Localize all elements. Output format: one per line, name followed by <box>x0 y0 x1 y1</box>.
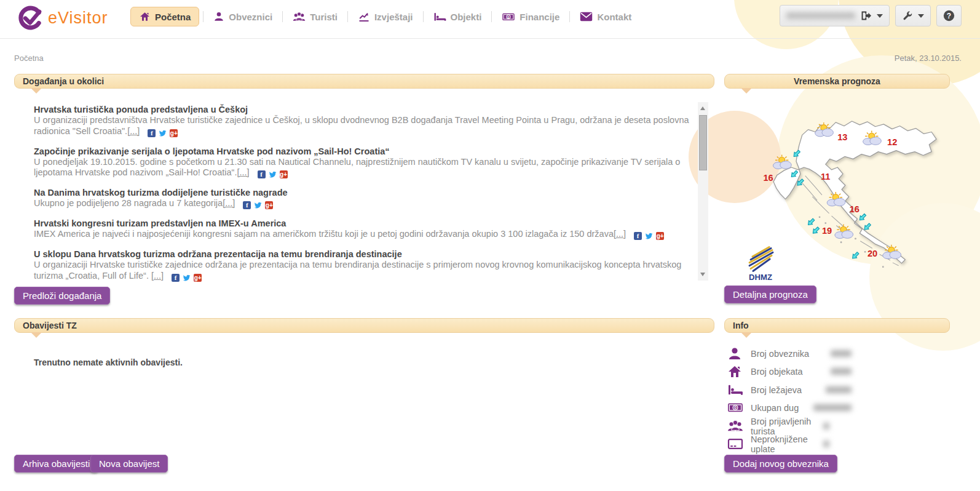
info-row: Broj prijavljenih turista <box>727 417 950 436</box>
nav-tab-pocetna[interactable]: Početna <box>130 7 199 26</box>
help-button[interactable]: ? <box>936 5 962 26</box>
nav-tab-izvjestaji[interactable]: Izvještaji <box>352 7 419 26</box>
news-more-link[interactable]: [...] <box>127 126 140 136</box>
new-notice-button[interactable]: Nova obavijest <box>90 455 168 473</box>
twitter-icon[interactable] <box>645 232 653 240</box>
news-title-link[interactable]: Započinje prikazivanje serijala o ljepot… <box>34 146 693 157</box>
news-body-text: Ukupno je podijeljeno 28 nagrada u 7 kat… <box>34 198 223 208</box>
nav-tab-objekti[interactable]: Objekti <box>427 7 488 26</box>
home-icon <box>139 11 151 22</box>
googleplus-icon[interactable]: g+ <box>656 232 664 240</box>
weather-panel-header: Vremenska prognoza <box>724 74 950 89</box>
suggest-events-button[interactable]: Predloži događanja <box>14 287 110 305</box>
info-row: Broj objekata <box>727 363 950 381</box>
bed-icon <box>433 11 446 22</box>
googleplus-icon[interactable]: g+ <box>170 129 178 137</box>
evisitor-logo[interactable]: eVisitor <box>18 6 108 30</box>
social-icons: fg+ <box>243 201 273 209</box>
info-row: Broj obveznika <box>727 345 950 363</box>
googleplus-icon[interactable]: g+ <box>265 201 273 209</box>
news-title-link[interactable]: Na Danima hrvatskog turizma dodijeljene … <box>34 187 693 198</box>
info-label: Neproknjižene uplate <box>751 434 823 454</box>
temp-label: 11 <box>821 172 830 182</box>
news-title-link[interactable]: U sklopu Dana hrvatskog turizma održana … <box>34 249 693 260</box>
chevron-down-icon <box>918 14 924 18</box>
nav-label: Kontakt <box>597 12 631 22</box>
info-row: 0 Ukupan dug <box>727 399 950 418</box>
temp-label: 12 <box>887 137 897 147</box>
chevron-down-icon <box>877 14 883 18</box>
mail-icon <box>580 11 593 22</box>
user-icon <box>213 11 224 22</box>
nav-tab-obveznici[interactable]: Obveznici <box>207 7 279 26</box>
user-menu-button[interactable] <box>780 5 890 26</box>
news-title-link[interactable]: Hrvatski kongresni turizam predstavljen … <box>34 218 693 229</box>
news-title-link[interactable]: Hrvatska turistička ponuda predstavljena… <box>34 104 693 115</box>
logout-icon <box>860 10 872 21</box>
notices-archive-button[interactable]: Arhiva obavijesti <box>14 455 98 473</box>
facebook-icon[interactable]: f <box>634 232 642 240</box>
wind-arrow-icon <box>859 214 866 220</box>
panel-pointer <box>741 88 752 94</box>
notices-panel-title: Obavijesti TZ <box>23 321 77 330</box>
notices-empty-message: Trenutno nemate aktivnih obavijesti. <box>34 357 183 367</box>
nav-label: Početna <box>155 12 191 22</box>
nav-separator <box>347 11 348 22</box>
panel-pointer <box>31 88 42 94</box>
add-obligor-button[interactable]: Dodaj novog obveznika <box>724 455 837 473</box>
info-row: Broj ležajeva <box>727 381 950 399</box>
nav-separator <box>203 11 204 22</box>
nav-tab-financije[interactable]: 0 Financije <box>496 7 566 26</box>
nav-tab-kontakt[interactable]: Kontakt <box>574 7 638 26</box>
banknote-icon: 0 <box>727 401 743 415</box>
card-icon <box>727 437 743 452</box>
news-more-link[interactable]: [...] <box>614 229 626 239</box>
header-divider <box>0 38 980 39</box>
twitter-icon[interactable] <box>254 201 262 209</box>
scroll-down-arrow[interactable] <box>700 273 705 276</box>
banknote-icon: 0 <box>502 11 515 22</box>
nav-label: Objekti <box>451 12 482 22</box>
wind-arrow-icon <box>853 252 859 258</box>
scroll-up-arrow[interactable] <box>700 106 705 110</box>
facebook-icon[interactable]: f <box>148 129 156 137</box>
info-panel-title: Info <box>733 321 749 330</box>
facebook-icon[interactable]: f <box>172 274 180 282</box>
current-date: Petak, 23.10.2015. <box>895 54 962 63</box>
twitter-icon[interactable] <box>183 274 191 282</box>
chart-icon <box>358 11 370 22</box>
googleplus-icon[interactable]: g+ <box>280 170 288 178</box>
news-more-link[interactable]: [...] <box>223 198 235 208</box>
breadcrumb: Početna <box>14 54 44 63</box>
temp-label: 13 <box>837 132 847 142</box>
googleplus-icon[interactable]: g+ <box>194 274 202 282</box>
social-icons: fg+ <box>258 170 288 178</box>
panel-pointer <box>31 332 42 338</box>
twitter-icon[interactable] <box>269 170 277 178</box>
tools-menu-button[interactable] <box>895 5 931 26</box>
wind-arrow-icon <box>813 227 819 233</box>
wind-arrow-icon <box>797 179 804 185</box>
news-scrollbar[interactable] <box>698 102 708 281</box>
wind-arrow-icon <box>864 223 871 230</box>
dhmz-label: DHMZ <box>749 273 772 282</box>
news-item: U sklopu Dana hrvatskog turizma održana … <box>34 249 693 282</box>
info-value-redacted <box>826 385 852 396</box>
news-more-link[interactable]: [...] <box>151 271 164 281</box>
help-icon: ? <box>943 10 955 22</box>
nav-tab-turisti[interactable]: Turisti <box>286 7 344 26</box>
info-label: Broj objekata <box>751 367 803 377</box>
temp-label: 20 <box>867 249 877 258</box>
nav-separator <box>282 11 283 22</box>
scrollbar-thumb[interactable] <box>699 115 707 170</box>
news-more-link[interactable]: [...] <box>237 167 249 177</box>
twitter-icon[interactable] <box>159 129 167 137</box>
news-item: Hrvatski kongresni turizam predstavljen … <box>34 218 693 240</box>
nav-separator <box>423 11 424 22</box>
events-panel-title: Događanja u okolici <box>23 76 104 86</box>
facebook-icon[interactable]: f <box>258 170 266 178</box>
nav-separator <box>569 11 570 22</box>
detailed-forecast-button[interactable]: Detaljna prognoza <box>724 285 816 303</box>
facebook-icon[interactable]: f <box>243 201 251 209</box>
news-body-text: IMEX America je najveći i najposjećeniji… <box>34 229 614 239</box>
